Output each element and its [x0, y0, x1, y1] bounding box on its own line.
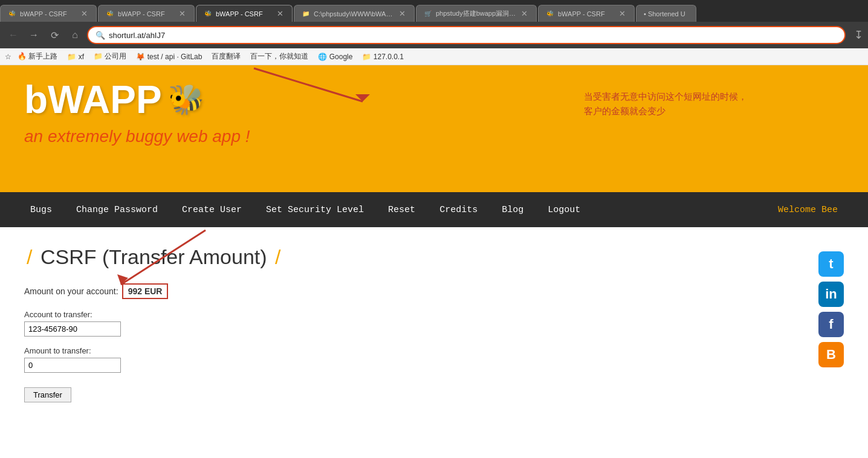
nav-menu: Bugs Change Password Create User Set Sec… [0, 192, 868, 227]
title-slash-left: / [27, 245, 32, 268]
transfer-button-label: Transfer [33, 390, 62, 399]
nav-bar: ← → ⟳ ⌂ 🔍 ↧ [0, 22, 868, 48]
back-button[interactable]: ← [5, 27, 22, 44]
nav-blog[interactable]: Blog [490, 192, 536, 227]
amount-value: 992 EUR [122, 283, 169, 299]
tab-5-favicon: 🛒 [424, 10, 432, 18]
tab-2-title: bWAPP - CSRF [118, 10, 174, 18]
account-form-group: Account to transfer: [24, 310, 806, 337]
bookmark-localhost[interactable]: 📁 127.0.0.1 [358, 51, 407, 62]
main-content: / CSRF (Transfer Amount) / Amount on you… [0, 227, 868, 439]
nav-change-password[interactable]: Change Password [64, 192, 170, 227]
bookmark-label: 📁 xf [67, 53, 84, 61]
facebook-icon[interactable]: f [818, 312, 844, 337]
bookmark-company[interactable]: 📁 公司用 [90, 50, 130, 63]
search-icon: 🔍 [96, 31, 105, 40]
browser-chrome: 🐝 bWAPP - CSRF ✕ 🐝 bWAPP - CSRF ✕ 🐝 bWAP… [0, 0, 868, 65]
bee-icon: 🐝 [168, 83, 204, 117]
nav-reset-label: Reset [388, 205, 415, 215]
bookmark-label: 🦊 test / api · GitLab [136, 53, 202, 61]
tab-5-close[interactable]: ✕ [520, 9, 529, 18]
nav-create-user-label: Create User [182, 205, 242, 215]
bookmark-baidu-search[interactable]: 百一下，你就知道 [247, 50, 312, 63]
tab-4-close[interactable]: ✕ [398, 9, 407, 18]
transfer-amount-label: Amount to transfer: [24, 346, 806, 355]
tab-3-close[interactable]: ✕ [276, 9, 285, 18]
tab-4-favicon: 📁 [302, 10, 310, 18]
nav-logout-label: Logout [548, 205, 580, 215]
refresh-button[interactable]: ⟳ [46, 27, 63, 44]
bookmark-label: 📁 公司用 [94, 51, 126, 62]
amount-display: Amount on your account: 992 EUR [24, 283, 806, 299]
content-area: / CSRF (Transfer Amount) / Amount on you… [24, 245, 806, 421]
transfer-button[interactable]: Transfer [24, 387, 71, 402]
forward-button[interactable]: → [25, 27, 42, 44]
amount-label: Amount on your account: [24, 286, 118, 296]
social-sidebar: t in f B [818, 251, 844, 421]
facebook-letter: f [829, 317, 833, 332]
linkedin-icon[interactable]: in [818, 282, 844, 307]
bookmark-baidu-translate[interactable]: 百度翻译 [208, 50, 244, 63]
shortened-tab[interactable]: • Shortened U [636, 5, 696, 22]
tab-1-favicon: 🐝 [8, 10, 16, 18]
tab-1[interactable]: 🐝 bWAPP - CSRF ✕ [0, 5, 97, 22]
tab-4[interactable]: 📁 C:\phpstudy\WWW\bWAPP... ✕ [294, 5, 415, 22]
bookmark-label: 🔥 新手上路 [18, 51, 57, 62]
tab-1-close[interactable]: ✕ [80, 9, 89, 18]
nav-bugs-label: Bugs [30, 205, 52, 215]
tab-6[interactable]: 🐝 bWAPP - CSRF ✕ [538, 5, 635, 22]
nav-welcome: Welcome Bee [766, 192, 850, 227]
download-icon: ↧ [854, 28, 863, 42]
tab-5-title: phpstudy搭建bwapp漏洞测试... [436, 9, 516, 18]
transfer-amount-input[interactable] [24, 358, 121, 373]
nav-set-security-level[interactable]: Set Security Level [254, 192, 376, 227]
bookmark-xf[interactable]: 📁 xf [63, 51, 88, 62]
tab-2[interactable]: 🐝 bWAPP - CSRF ✕ [98, 5, 195, 22]
logo-text: bWAPP [24, 77, 162, 122]
tab-2-close[interactable]: ✕ [178, 9, 187, 18]
transfer-form-group: Amount to transfer: [24, 346, 806, 373]
nav-create-user[interactable]: Create User [170, 192, 254, 227]
tab-3[interactable]: 🐝 bWAPP - CSRF ✕ [196, 5, 293, 22]
tab-3-favicon: 🐝 [204, 10, 212, 18]
title-slash-right: / [275, 245, 280, 268]
bookmark-新手上路[interactable]: 🔥 新手上路 [14, 50, 61, 63]
page-content: bWAPP 🐝 an extremely buggy web app ! 当受害… [0, 65, 868, 439]
tab-6-close[interactable]: ✕ [618, 9, 627, 18]
bookmark-label: 百度翻译 [212, 51, 241, 62]
page-title: / CSRF (Transfer Amount) / [24, 245, 806, 269]
nav-set-security-level-label: Set Security Level [266, 205, 364, 215]
tab-bar: 🐝 bWAPP - CSRF ✕ 🐝 bWAPP - CSRF ✕ 🐝 bWAP… [0, 0, 868, 22]
nav-credits[interactable]: Credits [427, 192, 490, 227]
address-input[interactable] [109, 31, 837, 40]
annotation-line2: 客户的金额就会变少 [584, 106, 666, 116]
nav-reset[interactable]: Reset [376, 192, 427, 227]
annotation-text: 当受害者无意中访问这个短网址的时候， 客户的金额就会变少 [584, 89, 747, 118]
bookmark-google[interactable]: 🌐 Google [314, 51, 356, 62]
blogger-icon[interactable]: B [818, 342, 844, 367]
twitter-letter: t [829, 256, 833, 272]
tab-6-favicon: 🐝 [546, 10, 554, 18]
nav-bugs[interactable]: Bugs [18, 192, 64, 227]
account-input[interactable] [24, 321, 121, 337]
bookmark-label: 🌐 Google [318, 53, 352, 61]
account-label: Account to transfer: [24, 310, 806, 319]
bookmark-gitlab[interactable]: 🦊 test / api · GitLab [132, 51, 206, 62]
bwapp-header: bWAPP 🐝 an extremely buggy web app ! 当受害… [0, 65, 868, 192]
nav-welcome-label: Welcome Bee [778, 205, 838, 215]
bookmark-icon: ☆ [5, 53, 11, 61]
home-button[interactable]: ⌂ [66, 27, 83, 44]
tab-4-title: C:\phpstudy\WWW\bWAPP... [314, 10, 394, 18]
twitter-icon[interactable]: t [818, 251, 844, 277]
bookmark-label: 百一下，你就知道 [250, 51, 308, 62]
blogger-letter: B [826, 347, 836, 363]
tab-2-favicon: 🐝 [106, 10, 114, 18]
tab-3-title: bWAPP - CSRF [216, 10, 272, 18]
nav-change-password-label: Change Password [76, 205, 158, 215]
nav-logout[interactable]: Logout [536, 192, 592, 227]
nav-credits-label: Credits [439, 205, 478, 215]
annotation-line1: 当受害者无意中访问这个短网址的时候， [584, 91, 747, 102]
address-bar-container: 🔍 [87, 26, 846, 44]
tab-6-title: bWAPP - CSRF [558, 10, 614, 18]
tab-5[interactable]: 🛒 phpstudy搭建bwapp漏洞测试... ✕ [416, 5, 537, 22]
